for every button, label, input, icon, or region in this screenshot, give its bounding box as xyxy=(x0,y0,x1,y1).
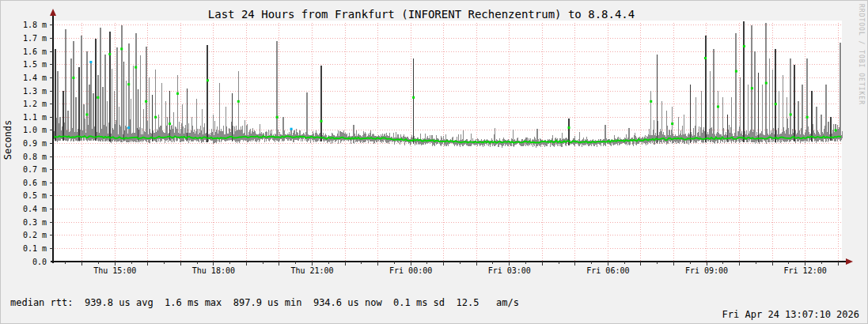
svg-text:0.3 m: 0.3 m xyxy=(23,218,47,227)
svg-text:0.1 m: 0.1 m xyxy=(23,244,47,253)
svg-text:Fri 12:00: Fri 12:00 xyxy=(784,266,827,275)
rrdtool-credit: RRDTOOL / TOBI OETIKER xyxy=(858,4,865,105)
svg-text:Thu 15:00: Thu 15:00 xyxy=(93,266,136,275)
svg-text:0.7 m: 0.7 m xyxy=(23,165,47,174)
svg-text:Fri 06:00: Fri 06:00 xyxy=(586,266,629,275)
svg-text:0.0: 0.0 xyxy=(32,258,47,266)
svg-text:0.4 m: 0.4 m xyxy=(23,205,47,213)
svg-text:0.8 m: 0.8 m xyxy=(23,153,47,161)
svg-text:1.7 m: 1.7 m xyxy=(23,34,47,43)
svg-text:1.2 m: 1.2 m xyxy=(23,100,47,108)
svg-text:0.6 m: 0.6 m xyxy=(23,179,47,187)
svg-text:Fri 09:00: Fri 09:00 xyxy=(685,266,728,275)
graph-timestamp: Fri Apr 24 13:07:10 2026 xyxy=(722,309,859,320)
svg-text:1.1 m: 1.1 m xyxy=(23,113,47,122)
latency-chart: 0.00.1 m0.2 m0.3 m0.4 m0.5 m0.6 m0.7 m0.… xyxy=(1,1,868,276)
svg-text:Thu 18:00: Thu 18:00 xyxy=(192,266,235,275)
stats-block: median rtt: 939.8 us avg 1.6 ms max 897.… xyxy=(10,277,519,324)
svg-text:0.5 m: 0.5 m xyxy=(23,191,47,200)
svg-text:0.9 m: 0.9 m xyxy=(23,139,47,148)
svg-text:1.5 m: 1.5 m xyxy=(23,60,47,69)
svg-text:1.4 m: 1.4 m xyxy=(23,73,47,82)
svg-text:Fri 03:00: Fri 03:00 xyxy=(488,266,531,275)
smokeping-graph: Last 24 Hours from Frankfurt (INFORENT R… xyxy=(0,0,868,324)
svg-text:1.8 m: 1.8 m xyxy=(23,21,47,29)
svg-text:1.6 m: 1.6 m xyxy=(23,47,47,56)
svg-text:Thu 21:00: Thu 21:00 xyxy=(290,266,333,275)
svg-text:1.3 m: 1.3 m xyxy=(23,87,47,96)
svg-text:0.2 m: 0.2 m xyxy=(23,231,47,239)
svg-text:1.0 m: 1.0 m xyxy=(23,126,47,134)
svg-text:Fri 00:00: Fri 00:00 xyxy=(389,266,432,275)
stats-median-rtt: median rtt: 939.8 us avg 1.6 ms max 897.… xyxy=(10,298,519,309)
